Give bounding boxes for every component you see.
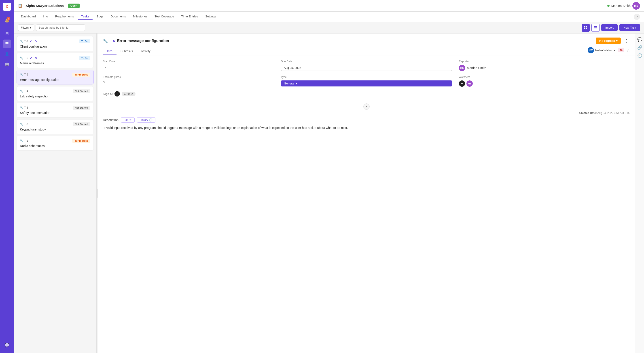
estimate-label: Estimate (Hrs.) (103, 75, 274, 79)
help-button[interactable]: ? (634, 14, 640, 20)
tags-row: Tags 🏷 + Error ✕ (103, 91, 630, 96)
task-id-t4: 🔧 T-4 (20, 90, 28, 93)
reporter-label: Reporter (459, 60, 630, 63)
collapse-section: ∧ (103, 103, 630, 110)
status-dropdown-button[interactable]: In Progress ▾ (596, 37, 621, 44)
svg-rect-0 (584, 26, 586, 27)
user-avatar[interactable]: MS (632, 2, 640, 9)
task-title-t2: Keypad user study (20, 128, 90, 131)
reporter-avatar: MS (459, 65, 465, 71)
clock-icon[interactable]: 🕐 (637, 53, 642, 58)
status-badge-t3: Not Started (73, 106, 90, 110)
task-card-t7[interactable]: 🔧 T-7 ✓ ↻ To Do Client configuration (16, 36, 94, 51)
created-date-label: Created Date: (580, 111, 597, 115)
filter-button[interactable]: Filters ▾ (18, 24, 34, 31)
status-badge-t4: Not Started (73, 89, 90, 93)
right-panel: 💬 🔗 🕐 (635, 33, 644, 353)
chat-icon[interactable]: 💬 (637, 37, 642, 42)
task-card-t4[interactable]: 🔧 T-4 Not Started Lab safety inspection (16, 86, 94, 101)
main-area: 📋 Alpha Sawyer Solutions Open Martina Sm… (14, 0, 644, 353)
description-text: Invalid input received by any program sh… (103, 125, 630, 130)
due-date-value[interactable]: Aug 05, 2022 (281, 65, 452, 71)
task-id-t2: 🔧 T-2 (20, 123, 28, 126)
notification-badge: 5 (7, 17, 10, 20)
sidebar-item-book[interactable]: 📖 (3, 60, 11, 69)
sidebar-item-notifications[interactable]: 🔔 5 (3, 16, 11, 24)
tag-remove-button[interactable]: ✕ (131, 92, 133, 95)
task-id-t3: 🔧 T-3 (20, 106, 28, 109)
edit-description-button[interactable]: Edit ✏ (121, 117, 134, 123)
topbar: 📋 Alpha Sawyer Solutions Open Martina Sm… (14, 0, 644, 12)
nav-tab-bugs[interactable]: Bugs (94, 13, 107, 20)
nav-tab-documents[interactable]: Documents (108, 13, 129, 20)
collapse-button[interactable]: ∧ (363, 103, 370, 110)
task-card-t6[interactable]: 🔧 T-6 ✓ ↻ To Do Menu wireframes (16, 53, 94, 68)
check-icon-t6: ✓ (30, 56, 33, 60)
nav-tab-test-coverage[interactable]: Test Coverage (152, 13, 177, 20)
sidebar-divider-1 (4, 27, 10, 27)
content-area: 🔧 T-7 ✓ ↻ To Do Client configuration 🔧 T… (14, 33, 644, 353)
more-options-button[interactable]: ⋮ (623, 38, 630, 43)
add-tag-button[interactable]: + (114, 91, 120, 96)
nav-tab-time-entries[interactable]: Time Entries (178, 13, 201, 20)
task-card-t3[interactable]: 🔧 T-3 Not Started Safety documentation (16, 103, 94, 117)
sidebar-item-tasks[interactable]: ☰ (3, 39, 11, 48)
link-icon[interactable]: 🔗 (637, 45, 642, 50)
estimate-value[interactable]: 0 (103, 80, 274, 84)
priority-badge: P0 (618, 48, 624, 52)
detail-task-id: T-5 (110, 39, 115, 43)
detail-tab-activity[interactable]: Activity (137, 47, 154, 55)
task-title-t4: Lab safety inspection (20, 94, 90, 98)
nav-tab-requirements[interactable]: Requirements (52, 13, 77, 20)
nav-tabs: Dashboard Info Requirements Tasks Bugs D… (14, 12, 644, 22)
star-button[interactable]: ☆ (626, 48, 630, 53)
due-date-field: Due Date Aug 05, 2022 (281, 60, 452, 71)
check-icon-t7: ✓ (30, 39, 33, 43)
nav-tab-settings[interactable]: Settings (202, 13, 219, 20)
grid-view-button[interactable] (582, 24, 590, 32)
sidebar-item-chat[interactable]: 💬 (3, 341, 11, 350)
detail-tab-info[interactable]: Info (103, 47, 116, 55)
add-watcher-button[interactable]: + (459, 80, 465, 87)
import-button[interactable]: Import (601, 24, 618, 31)
svg-rect-6 (594, 28, 597, 29)
detail-body: Start Date - Due Date Aug 05, 2022 Repor… (98, 55, 635, 353)
project-status-badge: Open (68, 3, 80, 8)
nav-tab-dashboard[interactable]: Dashboard (18, 13, 39, 20)
search-input[interactable] (36, 24, 85, 31)
task-card-t1[interactable]: 🔧 T-1 In Progress Radio schematics (16, 136, 94, 151)
assignee-chip[interactable]: HW Helen Walkar ▾ (588, 47, 616, 53)
task-title-t6: Menu wireframes (20, 61, 90, 65)
task-title-t7: Client configuration (20, 45, 90, 48)
detail-panel: 🔧 T-5 Error message configuration In Pro… (98, 33, 635, 353)
start-date-label: Start Date (103, 60, 274, 63)
assignee-name: Helen Walkar (595, 49, 613, 52)
history-description-button[interactable]: History 🕐 (137, 117, 156, 123)
detail-tab-subtasks[interactable]: Subtasks (116, 47, 137, 55)
detail-divider (103, 100, 630, 100)
svg-rect-4 (594, 26, 597, 27)
start-date-value[interactable]: - (103, 65, 108, 70)
svg-rect-5 (594, 27, 597, 28)
type-dropdown[interactable]: General ▾ (281, 80, 452, 86)
tags-label: Tags 🏷 (103, 92, 113, 96)
new-task-button[interactable]: New Task (620, 24, 640, 31)
toolbar: Filters ▾ Import New Task (14, 22, 644, 33)
app-logo[interactable]: X (3, 3, 11, 11)
nav-tab-milestones[interactable]: Milestones (130, 13, 151, 20)
assignee-avatar: HW (588, 47, 594, 53)
nav-tab-tasks[interactable]: Tasks (78, 13, 92, 20)
list-view-button[interactable] (592, 24, 600, 32)
sidebar-item-people[interactable]: 👤 (3, 50, 11, 58)
status-badge-t5: In Progress (72, 73, 90, 77)
task-list-panel: 🔧 T-7 ✓ ↻ To Do Client configuration 🔧 T… (14, 33, 96, 353)
nav-tab-info[interactable]: Info (40, 13, 51, 20)
task-card-t2[interactable]: 🔧 T-2 Not Started Keypad user study (16, 119, 94, 134)
sidebar-item-grid[interactable]: ⊞ (3, 29, 11, 38)
created-date-value: Aug 04, 2022 3:54 AM UTC (597, 111, 630, 115)
project-icon: 📋 (18, 3, 22, 8)
watchers-field: Watchers + MS (459, 75, 630, 87)
status-badge-t2: Not Started (73, 122, 90, 126)
task-card-t5[interactable]: 🔧 T-5 In Progress Error message configur… (16, 70, 94, 84)
watcher-avatar-ms: MS (466, 80, 473, 87)
